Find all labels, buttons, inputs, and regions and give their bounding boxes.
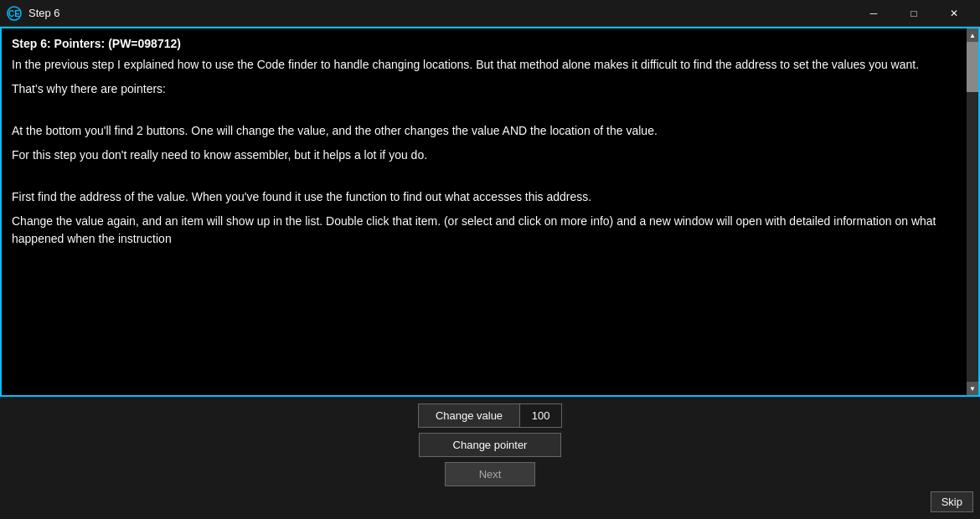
- paragraph-6: Change the value again, and an item will…: [12, 213, 957, 248]
- value-display: 100: [520, 403, 562, 428]
- next-button[interactable]: Next: [445, 462, 536, 486]
- window-controls: ─ □ ✕: [854, 0, 973, 27]
- paragraph-2: That's why there are pointers:: [12, 80, 957, 98]
- scroll-up-arrow[interactable]: ▲: [967, 28, 978, 42]
- svg-text:CE: CE: [8, 9, 20, 18]
- change-value-button[interactable]: Change value: [418, 403, 520, 428]
- change-value-row: Change value 100: [418, 403, 562, 428]
- scrollbar-thumb[interactable]: [967, 42, 978, 92]
- window-title: Step 6: [28, 7, 854, 19]
- step-heading: Step 6: Pointers: (PW=098712): [12, 35, 957, 53]
- close-button[interactable]: ✕: [935, 0, 973, 27]
- scroll-down-arrow[interactable]: ▼: [967, 382, 978, 395]
- title-bar: CE Step 6 ─ □ ✕: [0, 0, 980, 27]
- text-area: Step 6: Pointers: (PW=098712) In the pre…: [0, 27, 980, 397]
- minimize-button[interactable]: ─: [854, 0, 893, 27]
- paragraph-1: In the previous step I explained how to …: [12, 56, 957, 74]
- bottom-bar: Skip: [0, 491, 980, 512]
- change-pointer-button[interactable]: Change pointer: [419, 433, 561, 457]
- bottom-controls: Change value 100 Change pointer Next Ski…: [0, 397, 980, 519]
- skip-button[interactable]: Skip: [931, 491, 973, 512]
- paragraph-4: For this step you don't really need to k…: [12, 146, 957, 164]
- main-content: Step 6: Pointers: (PW=098712) In the pre…: [0, 27, 980, 519]
- scroll-content[interactable]: Step 6: Pointers: (PW=098712) In the pre…: [2, 28, 967, 395]
- paragraph-5: First find the address of the value. Whe…: [12, 188, 957, 206]
- scrollbar-track: ▲ ▼: [967, 28, 978, 395]
- maximize-button[interactable]: □: [895, 0, 933, 27]
- paragraph-3: At the bottom you'll find 2 buttons. One…: [12, 122, 957, 140]
- app-icon: CE: [7, 6, 22, 21]
